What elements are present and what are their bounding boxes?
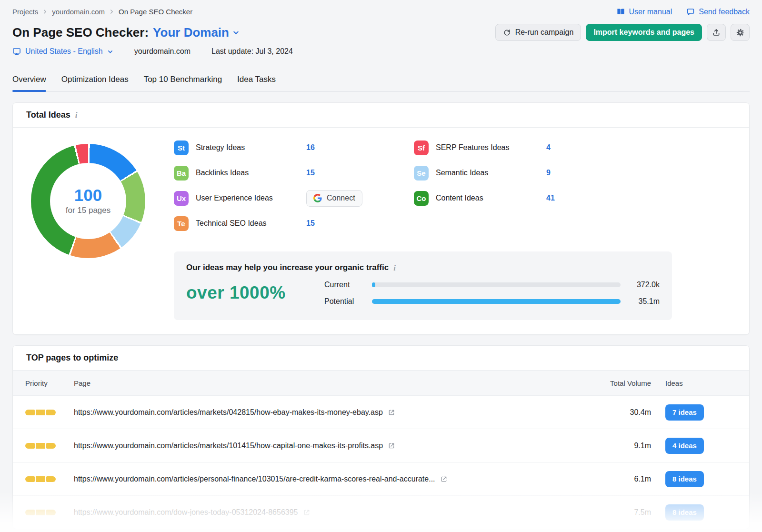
traffic-content: over 1000% Current 372.0k Potential — [186, 276, 660, 310]
send-feedback-link[interactable]: Send feedback — [686, 8, 750, 16]
breadcrumb-domain[interactable]: yourdomain.com — [52, 8, 105, 16]
breadcrumb-current: On Page SEO Checker — [119, 8, 192, 16]
title-row: On Page SEO Checker: Your Domain Re-run … — [12, 24, 750, 41]
legend-item-serp-features: Sf SERP Features Ideas 4 — [414, 140, 633, 155]
column-priority: Priority — [25, 379, 74, 387]
settings-button[interactable] — [731, 24, 750, 41]
content-badge: Co — [414, 191, 429, 206]
potential-label: Potential — [324, 297, 372, 306]
column-ideas: Ideas — [665, 379, 737, 387]
table-row: https://www.yourdomain.com/dow-jones-tod… — [13, 495, 749, 529]
legend-label: Content Ideas — [436, 194, 546, 202]
current-bar-fill — [372, 282, 375, 287]
tab-overview[interactable]: Overview — [12, 75, 46, 91]
page-url-link[interactable]: https://www.yourdomain.com/articles/pers… — [74, 475, 435, 483]
page-url-link[interactable]: https://www.yourdomain.com/dow-jones-tod… — [74, 508, 298, 517]
domain-selector[interactable]: Your Domain — [153, 25, 240, 40]
semantic-ideas-count[interactable]: 9 — [546, 169, 551, 177]
google-logo-icon — [313, 194, 322, 202]
current-traffic-row: Current 372.0k — [324, 276, 660, 293]
tab-idea-tasks[interactable]: Idea Tasks — [237, 75, 276, 91]
ideas-count-button[interactable]: 4 ideas — [665, 438, 704, 454]
rerun-campaign-button[interactable]: Re-run campaign — [495, 24, 582, 41]
legend-label: Semantic Ideas — [436, 169, 546, 177]
locale-selector[interactable]: United States - English — [12, 47, 113, 56]
total-ideas-title: Total Ideas — [26, 110, 70, 120]
legend-label: User Experience Ideas — [196, 194, 306, 202]
topbar: Projects yourdomain.com On Page SEO Chec… — [12, 0, 750, 16]
send-feedback-label: Send feedback — [699, 8, 750, 16]
total-ideas-body: 100 for 15 pages St Strategy Ideas 16 B — [13, 128, 749, 334]
breadcrumb-projects[interactable]: Projects — [12, 8, 38, 16]
total-ideas-card-header: Total Ideas i — [13, 103, 749, 128]
user-manual-label: User manual — [629, 8, 672, 16]
gear-icon — [736, 28, 745, 37]
semantic-badge: Se — [414, 166, 429, 181]
upload-icon — [712, 28, 721, 37]
on-page-seo-checker-page: Projects yourdomain.com On Page SEO Chec… — [0, 0, 762, 529]
import-keywords-label: Import keywords and pages — [593, 28, 694, 37]
priority-indicator — [25, 443, 74, 449]
donut-center: 100 for 15 pages — [50, 163, 126, 239]
import-keywords-button[interactable]: Import keywords and pages — [586, 24, 702, 41]
total-volume-value: 7.5m — [589, 508, 651, 517]
tab-top-10-benchmarking[interactable]: Top 10 Benchmarking — [144, 75, 222, 91]
total-ideas-card: Total Ideas i 100 for 15 pages St Stra — [12, 102, 750, 335]
legend-label: SERP Features Ideas — [436, 143, 546, 152]
rerun-campaign-label: Re-run campaign — [515, 28, 574, 37]
total-volume-value: 6.1m — [589, 475, 651, 483]
table-row: https://www.yourdomain.com/articles/mark… — [13, 395, 749, 429]
page-url-link[interactable]: https://www.yourdomain.com/articles/mark… — [74, 408, 383, 417]
top-pages-card: TOP pages to optimize Priority Page Tota… — [12, 345, 750, 529]
serp-features-badge: Sf — [414, 141, 429, 155]
strategy-ideas-count[interactable]: 16 — [306, 143, 315, 152]
chat-bubble-icon — [686, 8, 695, 16]
user-experience-badge: Ux — [174, 191, 189, 206]
page-url-link[interactable]: https://www.yourdomain.com/articles/mark… — [74, 442, 383, 450]
google-connect-button[interactable]: Connect — [306, 190, 362, 207]
donut-center-value: 100 — [74, 187, 102, 204]
backlinks-ideas-count[interactable]: 15 — [306, 169, 315, 177]
potential-value: 35.1m — [630, 297, 660, 306]
technical-seo-badge: Te — [174, 216, 189, 231]
top-links: User manual Send feedback — [616, 7, 750, 16]
current-label: Current — [324, 281, 372, 289]
campaign-domain: yourdomain.com — [134, 47, 190, 56]
legend-item-content: Co Content Ideas 41 — [414, 191, 633, 206]
ideas-count-button[interactable]: 8 ideas — [665, 504, 704, 521]
export-button[interactable] — [707, 24, 726, 41]
external-link-icon[interactable] — [440, 475, 448, 483]
legend-columns: St Strategy Ideas 16 Ba Backlinks Ideas … — [174, 140, 737, 241]
info-icon[interactable]: i — [75, 111, 78, 119]
ideas-count-button[interactable]: 8 ideas — [665, 471, 704, 487]
external-link-icon[interactable] — [303, 509, 311, 516]
backlinks-badge: Ba — [174, 166, 189, 181]
ideas-count-button[interactable]: 7 ideas — [665, 404, 704, 421]
tab-bar: Overview Optimization Ideas Top 10 Bench… — [12, 75, 750, 92]
refresh-icon — [503, 29, 511, 37]
top-pages-title: TOP pages to optimize — [26, 353, 118, 363]
priority-indicator — [25, 476, 74, 482]
table-header: Priority Page Total Volume Ideas — [13, 371, 749, 395]
domain-selector-label: Your Domain — [153, 25, 229, 40]
serp-features-ideas-count[interactable]: 4 — [546, 143, 551, 152]
current-value: 372.0k — [630, 281, 660, 289]
google-connect-label: Connect — [327, 194, 355, 202]
info-icon[interactable]: i — [393, 264, 396, 272]
content-ideas-count[interactable]: 41 — [546, 194, 555, 202]
legend-label: Backlinks Ideas — [196, 169, 306, 177]
tab-optimization-ideas[interactable]: Optimization Ideas — [61, 75, 129, 91]
external-link-icon[interactable] — [388, 409, 395, 416]
page-title-text: On Page SEO Checker: — [12, 25, 149, 40]
total-volume-value: 9.1m — [589, 442, 651, 450]
breadcrumb: Projects yourdomain.com On Page SEO Chec… — [12, 8, 192, 16]
table-row: https://www.yourdomain.com/articles/pers… — [13, 462, 749, 495]
chevron-down-icon — [232, 29, 240, 36]
meta-row: United States - English yourdomain.com L… — [12, 47, 750, 56]
total-ideas-donut-chart: 100 for 15 pages — [31, 144, 145, 258]
potential-bar-track — [372, 299, 621, 304]
external-link-icon[interactable] — [388, 442, 395, 450]
traffic-title: Our ideas may help you increase your org… — [186, 263, 389, 272]
user-manual-link[interactable]: User manual — [616, 7, 672, 16]
technical-seo-ideas-count[interactable]: 15 — [306, 219, 315, 228]
